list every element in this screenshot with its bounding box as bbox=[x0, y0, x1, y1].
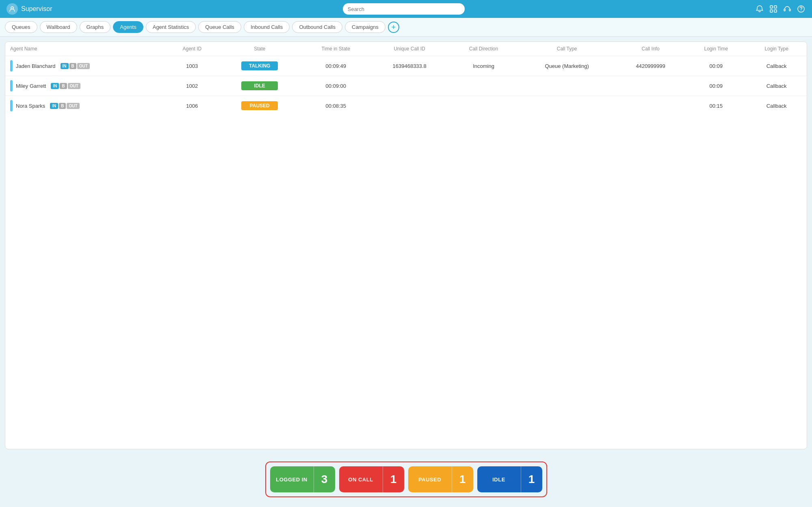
unique-call-id bbox=[370, 96, 449, 116]
call-info: 4420999999 bbox=[615, 56, 686, 76]
tab-outbound-calls[interactable]: Outbound Calls bbox=[292, 21, 342, 33]
col-time-in-state: Time in State bbox=[301, 42, 370, 56]
svg-rect-4 bbox=[774, 10, 777, 12]
btn-b[interactable]: B bbox=[69, 63, 76, 69]
time-in-state: 00:08:35 bbox=[301, 96, 370, 116]
user-avatar bbox=[6, 3, 18, 15]
col-call-type: Call Type bbox=[518, 42, 615, 56]
search-section bbox=[52, 3, 755, 15]
agent-id: 1006 bbox=[166, 96, 218, 116]
btn-b[interactable]: B bbox=[60, 83, 67, 89]
tab-graphs[interactable]: Graphs bbox=[80, 21, 111, 33]
col-call-direction: Call Direction bbox=[449, 42, 519, 56]
col-state: State bbox=[218, 42, 301, 56]
svg-rect-1 bbox=[770, 6, 773, 8]
time-in-state: 00:09:00 bbox=[301, 76, 370, 96]
agent-state: IDLE bbox=[218, 76, 301, 96]
svg-point-8 bbox=[801, 11, 801, 11]
stats-wrapper: LOGGED IN 3 ON CALL 1 PAUSED 1 IDLE 1 bbox=[265, 461, 547, 497]
svg-rect-2 bbox=[774, 6, 777, 8]
unique-call-id: 1639468333.8 bbox=[370, 56, 449, 76]
login-type: Callback bbox=[746, 76, 807, 96]
header-actions bbox=[755, 4, 806, 13]
stat-card-idle: IDLE 1 bbox=[477, 466, 542, 492]
state-badge: PAUSED bbox=[241, 101, 278, 110]
login-type: Callback bbox=[746, 56, 807, 76]
login-time: 00:09 bbox=[686, 56, 746, 76]
btn-out[interactable]: OUT bbox=[67, 103, 79, 109]
bell-icon[interactable] bbox=[755, 4, 764, 13]
stat-card-logged-in: LOGGED IN 3 bbox=[270, 466, 335, 492]
col-call-info: Call Info bbox=[615, 42, 686, 56]
main-content: Agent Name Agent ID State Time in State … bbox=[0, 37, 812, 454]
stat-count-logged-in: 3 bbox=[314, 466, 335, 492]
agent-id: 1003 bbox=[166, 56, 218, 76]
stat-count-on-call: 1 bbox=[383, 466, 404, 492]
search-input[interactable] bbox=[343, 3, 465, 15]
call-type bbox=[518, 96, 615, 116]
stat-label-idle: IDLE bbox=[477, 466, 521, 492]
login-time: 00:09 bbox=[686, 76, 746, 96]
tab-agents[interactable]: Agents bbox=[113, 21, 143, 33]
svg-rect-6 bbox=[789, 9, 790, 11]
stat-count-paused: 1 bbox=[452, 466, 473, 492]
btn-in[interactable]: IN bbox=[61, 63, 69, 69]
app-title: Supervisor bbox=[21, 5, 52, 13]
tab-queues[interactable]: Queues bbox=[5, 21, 37, 33]
stat-label-on-call: ON CALL bbox=[339, 466, 383, 492]
call-direction: Incoming bbox=[449, 56, 519, 76]
btn-in[interactable]: IN bbox=[50, 103, 58, 109]
call-info bbox=[615, 76, 686, 96]
agent-name: Miley Garrett bbox=[16, 83, 46, 89]
login-type: Callback bbox=[746, 96, 807, 116]
stat-card-on-call: ON CALL 1 bbox=[339, 466, 404, 492]
state-badge: IDLE bbox=[241, 81, 278, 90]
tab-wallboard[interactable]: Wallboard bbox=[40, 21, 77, 33]
tab-queue-calls[interactable]: Queue Calls bbox=[198, 21, 241, 33]
agent-id: 1002 bbox=[166, 76, 218, 96]
time-in-state: 00:09:49 bbox=[301, 56, 370, 76]
svg-rect-5 bbox=[784, 9, 785, 11]
agent-name: Jaden Blanchard bbox=[16, 63, 56, 69]
table-row: Jaden Blanchard IN B OUT 1003TALKING00:0… bbox=[5, 56, 807, 76]
tab-agent-statistics[interactable]: Agent Statistics bbox=[146, 21, 196, 33]
call-type: Queue (Marketing) bbox=[518, 56, 615, 76]
table-row: Miley Garrett IN B OUT 1002IDLE00:09:000… bbox=[5, 76, 807, 96]
tab-campaigns[interactable]: Campaigns bbox=[345, 21, 385, 33]
col-login-type: Login Type bbox=[746, 42, 807, 56]
col-agent-id: Agent ID bbox=[166, 42, 218, 56]
state-badge: TALKING bbox=[241, 61, 278, 70]
call-info bbox=[615, 96, 686, 116]
bottom-stats-bar: LOGGED IN 3 ON CALL 1 PAUSED 1 IDLE 1 bbox=[0, 454, 812, 507]
agents-table-container: Agent Name Agent ID State Time in State … bbox=[5, 41, 807, 449]
tabs-bar: Queues Wallboard Graphs Agents Agent Sta… bbox=[0, 18, 812, 37]
call-type bbox=[518, 76, 615, 96]
call-direction bbox=[449, 96, 519, 116]
agent-color-bar bbox=[10, 80, 13, 91]
stat-label-logged-in: LOGGED IN bbox=[270, 466, 314, 492]
agent-name-cell-2: Nora Sparks IN B OUT bbox=[5, 96, 166, 116]
btn-out[interactable]: OUT bbox=[68, 83, 80, 89]
col-login-time: Login Time bbox=[686, 42, 746, 56]
btn-out[interactable]: OUT bbox=[77, 63, 90, 69]
app-title-section: Supervisor bbox=[6, 3, 52, 15]
help-icon[interactable] bbox=[797, 4, 806, 13]
app-header: Supervisor bbox=[0, 0, 812, 18]
btn-in[interactable]: IN bbox=[51, 83, 59, 89]
btn-b[interactable]: B bbox=[59, 103, 66, 109]
table-row: Nora Sparks IN B OUT 1006PAUSED00:08:350… bbox=[5, 96, 807, 116]
headset-icon[interactable] bbox=[783, 4, 792, 13]
add-tab-button[interactable]: + bbox=[388, 22, 399, 33]
stat-label-paused: PAUSED bbox=[408, 466, 452, 492]
agent-name: Nora Sparks bbox=[16, 103, 45, 109]
agent-state: PAUSED bbox=[218, 96, 301, 116]
grid-icon[interactable] bbox=[769, 4, 778, 13]
col-agent-name: Agent Name bbox=[5, 42, 166, 56]
agent-name-cell-1: Miley Garrett IN B OUT bbox=[5, 76, 166, 96]
agent-color-bar bbox=[10, 60, 13, 72]
tab-inbound-calls[interactable]: Inbound Calls bbox=[244, 21, 290, 33]
agent-state: TALKING bbox=[218, 56, 301, 76]
call-direction bbox=[449, 76, 519, 96]
agent-color-bar bbox=[10, 100, 13, 111]
login-time: 00:15 bbox=[686, 96, 746, 116]
